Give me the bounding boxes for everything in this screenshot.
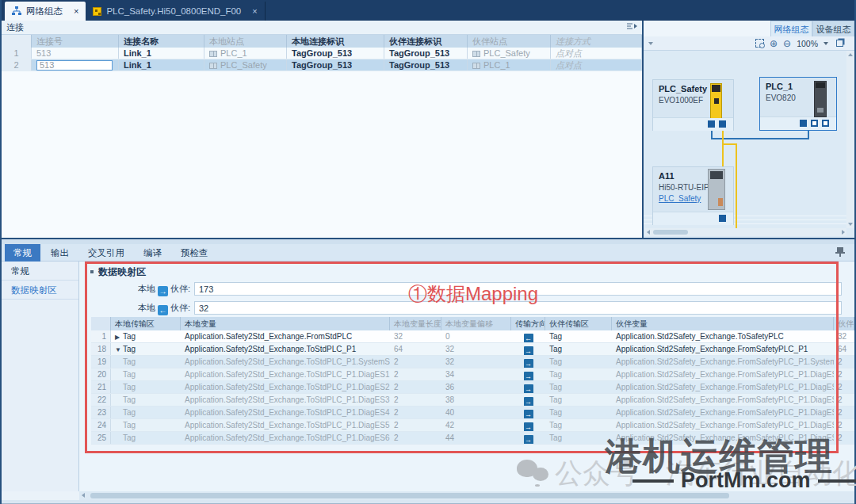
mapping-table-row[interactable]: 18 ▼Tag Application.Safety2Std_Exchange.… (91, 343, 854, 356)
network-canvas[interactable]: PLC_Safety EVO1000EF PLC_1 EVO820 (644, 51, 854, 228)
mapping-table-row[interactable]: 21 Tag Application.Safety2Std_Exchange.T… (91, 381, 854, 394)
col-connection-name[interactable]: 连接名称 (119, 35, 204, 48)
partner-variable[interactable]: Application.Std2Safety_Exchange.FromSafe… (612, 368, 834, 380)
connection-name[interactable]: Link_1 (119, 48, 204, 59)
tab-compile[interactable]: 编译 (135, 244, 170, 262)
port[interactable] (719, 215, 726, 222)
local-tag[interactable]: TagGroup_513 (287, 59, 384, 71)
local-variable[interactable]: Application.Safety2Std_Exchange.ToStdPLC… (181, 432, 390, 444)
local-transfer-area[interactable]: ▼Tag (111, 343, 181, 355)
col-connection-mode[interactable]: 连接方式 (551, 35, 642, 48)
col-partner-area[interactable]: 伙伴传输区 (545, 317, 612, 330)
local-transfer-area[interactable]: Tag (111, 394, 181, 406)
tab-precheck[interactable]: 预检查 (172, 244, 217, 262)
local-station[interactable]: PLC_1 (204, 48, 287, 59)
local-variable[interactable]: Application.Safety2Std_Exchange.ToStdPLC… (181, 419, 390, 431)
tab-general[interactable]: 常规 (5, 244, 40, 262)
connection-row[interactable]: 1 513 Link_1 PLC_1 TagGroup_513 TagGroup… (2, 48, 642, 59)
collapse-list-icon[interactable] (627, 23, 637, 32)
partner-transfer-area[interactable]: Tag (545, 356, 612, 368)
partner-transfer-area[interactable]: Tag (545, 330, 612, 342)
close-icon[interactable]: × (252, 6, 257, 16)
tab-cross-reference[interactable]: 交叉引用 (79, 244, 133, 262)
local-variable[interactable]: Application.Safety2Std_Exchange.ToStdPLC… (181, 356, 390, 368)
local-variable[interactable]: Application.Safety2Std_Exchange.ToStdPLC… (181, 381, 390, 393)
local-transfer-area[interactable]: ▶Tag (111, 330, 181, 342)
col-local-offset[interactable]: 本地变量偏移 (441, 317, 511, 330)
tab-network-view[interactable]: 网络组态 (770, 21, 812, 36)
connection-mode[interactable]: 点对点 (551, 48, 642, 59)
zoom-level[interactable]: 100% (797, 39, 818, 48)
device-card-a11[interactable]: A11 Hi50-RTU-EIP PLC_Safety (652, 166, 734, 225)
col-direction[interactable]: 传输方向 (511, 317, 545, 330)
scroll-up-icon[interactable] (848, 53, 853, 56)
mapping-table-row[interactable]: 20 Tag Application.Safety2Std_Exchange.T… (91, 368, 854, 381)
port[interactable] (719, 120, 726, 128)
graph-vertical-scrollbar[interactable] (846, 51, 854, 228)
port[interactable] (822, 120, 829, 127)
local-transfer-area[interactable]: Tag (111, 356, 181, 368)
device-card-plc-1[interactable]: PLC_1 EVO820 (759, 77, 837, 131)
port[interactable] (811, 120, 818, 127)
mapping-table-row[interactable]: 22 Tag Application.Safety2Std_Exchange.T… (91, 394, 854, 407)
device-card-plc-safety[interactable]: PLC_Safety EVO1000EF (652, 79, 734, 131)
mapping-table-row[interactable]: 24 Tag Application.Safety2Std_Exchange.T… (91, 419, 854, 432)
connection-row[interactable]: 2 Link_1 PLC_Safety TagGroup_513 TagGrou… (2, 59, 642, 71)
local-tag[interactable]: TagGroup_513 (287, 48, 384, 59)
partner-station[interactable]: PLC_1 (468, 59, 551, 71)
connection-id-input[interactable] (36, 60, 113, 71)
chevron-down-icon[interactable] (648, 42, 653, 45)
pin-icon[interactable] (837, 247, 843, 252)
assigned-plc-link[interactable]: PLC_Safety (659, 194, 701, 203)
partner-variable[interactable]: Application.Std2Safety_Exchange.FromSafe… (612, 356, 834, 368)
col-partner-station[interactable]: 伙伴站点 (468, 35, 551, 48)
col-local-area[interactable]: 本地传输区 (111, 317, 181, 330)
partner-transfer-area[interactable]: Tag (545, 368, 612, 380)
scrollbar-thumb[interactable] (653, 230, 688, 235)
sidebar-item-data-mapping[interactable]: 数据映射区 (2, 281, 78, 300)
tab-output[interactable]: 输出 (42, 244, 78, 262)
expand-icon[interactable]: ▼ (115, 344, 123, 355)
connection-mode[interactable]: 点对点 (551, 59, 642, 71)
partner-variable[interactable]: Application.Std2Safety_Exchange.FromSafe… (612, 432, 834, 444)
partner-tag[interactable]: TagGroup_513 (384, 59, 468, 71)
partner-station[interactable]: PLC_Safety (468, 48, 551, 59)
partner-transfer-area[interactable]: Tag (545, 381, 612, 393)
partner-variable[interactable]: Application.Std2Safety_Exchange.FromSafe… (612, 381, 834, 393)
sidebar-item-general[interactable]: 常规 (2, 262, 78, 281)
scroll-down-icon[interactable] (848, 223, 853, 226)
local-variable[interactable]: Application.Safety2Std_Exchange.ToStdPLC… (181, 368, 390, 380)
local-variable[interactable]: Application.Safety2Std_Exchange.ToStdPLC… (181, 343, 390, 355)
cascade-windows-icon[interactable] (836, 40, 843, 47)
local-variable[interactable]: Application.Safety2Std_Exchange.ToStdPLC… (181, 394, 390, 406)
local-station[interactable]: PLC_Safety (204, 59, 287, 71)
section-title[interactable]: 数据映射区 (90, 265, 146, 279)
close-icon[interactable]: × (74, 6, 78, 16)
zoom-out-icon[interactable]: ⊖ (783, 39, 791, 48)
partner-variable[interactable]: Application.Std2Safety_Exchange.FromSafe… (612, 419, 834, 431)
mapping-table-row[interactable]: 23 Tag Application.Safety2Std_Exchange.T… (91, 407, 854, 419)
mapping-table-row[interactable]: 1 ▶Tag Application.Safety2Std_Exchange.F… (91, 330, 854, 343)
col-local-length[interactable]: 本地变量长度 (390, 317, 441, 330)
scroll-left-icon[interactable] (82, 493, 85, 498)
partner-variable[interactable]: Application.Std2Safety_Exchange.FromSafe… (612, 407, 834, 418)
tab-network-configuration[interactable]: 网络组态 × (5, 2, 86, 21)
scroll-left-icon[interactable] (647, 230, 650, 235)
partner-transfer-area[interactable]: Tag (545, 343, 612, 355)
connection-name[interactable]: Link_1 (119, 59, 204, 71)
col-local-variable[interactable]: 本地变量 (181, 317, 390, 330)
local-variable[interactable]: Application.Safety2Std_Exchange.FromStdP… (181, 330, 390, 342)
partner-variable[interactable]: Application.Std2Safety_Exchange.ToSafety… (612, 330, 834, 342)
tab-device-view[interactable]: 设备组态 (812, 21, 854, 36)
local-to-partner-size-input[interactable] (194, 282, 842, 296)
graph-horizontal-scrollbar[interactable] (645, 228, 846, 236)
zoom-dropdown-icon[interactable] (824, 42, 828, 45)
zoom-in-icon[interactable]: ⊕ (770, 39, 778, 48)
port[interactable] (800, 120, 807, 127)
local-transfer-area[interactable]: Tag (111, 407, 181, 418)
zoom-to-fit-icon[interactable] (755, 39, 764, 48)
partner-transfer-area[interactable]: Tag (545, 407, 612, 418)
port[interactable] (708, 120, 715, 128)
local-transfer-area[interactable]: Tag (111, 419, 181, 431)
scrollbar-thumb[interactable] (90, 493, 729, 498)
